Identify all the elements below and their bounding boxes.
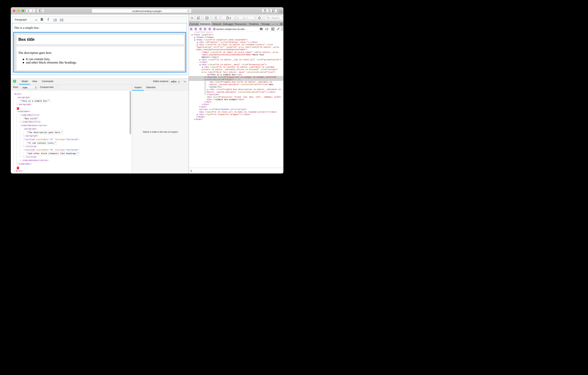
svg-text:2: 2 — [53, 20, 54, 22]
svg-text:5: 5 — [15, 80, 16, 81]
